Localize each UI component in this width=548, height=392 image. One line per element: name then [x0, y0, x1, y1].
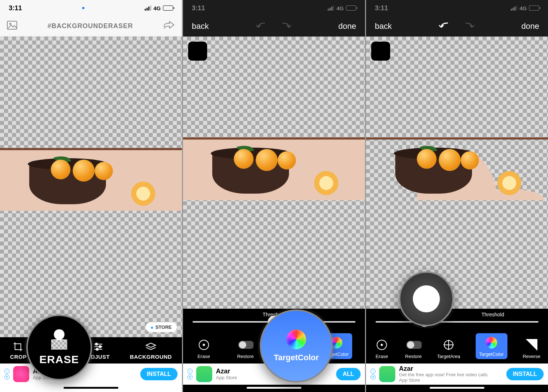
silhouette-icon — [49, 329, 69, 350]
svg-point-9 — [239, 341, 246, 349]
home-indicator — [183, 385, 365, 392]
ad-app-icon — [196, 366, 212, 382]
tool-reverse[interactable]: Reverse — [523, 338, 540, 359]
background-button[interactable]: BACKGROUND — [130, 341, 172, 360]
ad-subtitle: App Store — [399, 378, 503, 383]
status-time: 3:11 — [375, 4, 388, 12]
canvas-area[interactable] — [183, 37, 365, 309]
home-indicator — [366, 385, 548, 392]
done-button[interactable]: done — [338, 22, 356, 31]
ad-banner[interactable]: i✕ AI CApp Stor INSTALL — [0, 364, 182, 385]
undo-icon[interactable] — [255, 21, 271, 32]
adchoices-icon[interactable]: i✕ — [187, 369, 193, 380]
tool-target-color[interactable]: TargetColor — [476, 333, 507, 359]
back-button[interactable]: back — [192, 22, 209, 31]
network-label: 4G — [153, 5, 161, 11]
canvas-area[interactable]: STORE — [0, 37, 182, 337]
crop-button[interactable]: CROP — [10, 341, 27, 360]
tool-erase[interactable]: Erase — [374, 338, 390, 359]
editor-header: back done — [183, 16, 365, 37]
undo-icon[interactable] — [438, 21, 454, 32]
colorwheel-icon — [286, 330, 306, 349]
ad-app-icon — [379, 366, 395, 382]
recording-dot-icon — [82, 7, 84, 9]
ad-banner[interactable]: i✕ Azar Get the free app now! Free live … — [366, 364, 548, 385]
redo-icon[interactable] — [277, 21, 293, 32]
zoom-bubble-slider — [399, 271, 454, 326]
signal-icon — [511, 5, 517, 11]
adchoices-icon[interactable]: i✕ — [370, 369, 376, 380]
zoom-bubble-label: ERASE — [39, 353, 79, 366]
network-label: 4G — [520, 5, 527, 11]
network-label: 4G — [336, 5, 344, 11]
threshold-slider[interactable] — [376, 321, 539, 323]
ad-title: Azar — [216, 368, 230, 375]
status-bar: 3:11 4G — [366, 0, 548, 16]
ad-app-icon — [13, 366, 29, 382]
status-time: 3:11 — [9, 4, 22, 12]
home-indicator — [0, 385, 182, 392]
tool-erase[interactable]: Erase — [196, 338, 212, 359]
tool-restore[interactable]: Restore — [237, 338, 254, 359]
done-button[interactable]: done — [521, 22, 539, 31]
canvas-area[interactable] — [366, 37, 548, 309]
slider-knob-icon — [413, 285, 440, 312]
svg-point-3 — [95, 343, 98, 345]
editor-header: back done — [366, 16, 548, 37]
status-bar: 3:11 4G — [183, 0, 365, 16]
status-time: 3:11 — [192, 4, 205, 12]
zoom-bubble-label: TargetColor — [274, 353, 319, 362]
color-swatch[interactable] — [371, 42, 390, 61]
svg-point-11 — [381, 344, 383, 346]
battery-icon — [346, 5, 356, 11]
app-header: #BACKGROUNDERASER — [0, 16, 182, 37]
install-button[interactable]: ALL — [336, 368, 361, 380]
battery-icon — [163, 5, 173, 11]
share-icon[interactable] — [163, 20, 175, 32]
adchoices-icon[interactable]: i✕ — [4, 369, 9, 380]
tool-restore[interactable]: Restore — [405, 338, 422, 359]
ad-title: Azar — [399, 365, 413, 372]
gallery-icon[interactable] — [7, 20, 18, 32]
svg-point-13 — [407, 341, 414, 349]
ad-tagline: Get the free app now! Free live video ca… — [399, 372, 503, 378]
battery-icon — [529, 5, 539, 11]
signal-icon — [328, 5, 334, 11]
color-swatch[interactable] — [188, 42, 207, 61]
install-button[interactable]: INSTALL — [506, 368, 544, 380]
back-button[interactable]: back — [375, 22, 392, 31]
zoom-bubble-erase: ERASE — [26, 315, 92, 380]
store-button[interactable]: STORE — [146, 322, 177, 332]
tool-target-area[interactable]: TargetArea — [437, 338, 460, 359]
redo-icon[interactable] — [460, 21, 476, 32]
tool-controls: Threshold Erase Restore TargetArea Targe… — [366, 309, 548, 364]
signal-icon — [145, 5, 151, 11]
zoom-bubble-targetcolor: TargetColor — [260, 309, 333, 383]
status-bar: 3:11 4G — [0, 0, 182, 16]
svg-point-4 — [99, 346, 101, 348]
threshold-label: Threshold — [482, 312, 504, 317]
svg-point-7 — [203, 344, 205, 346]
install-button[interactable]: INSTALL — [140, 368, 178, 380]
colorwheel-icon — [486, 337, 497, 349]
page-title: #BACKGROUNDERASER — [47, 22, 133, 30]
svg-point-5 — [96, 348, 98, 350]
